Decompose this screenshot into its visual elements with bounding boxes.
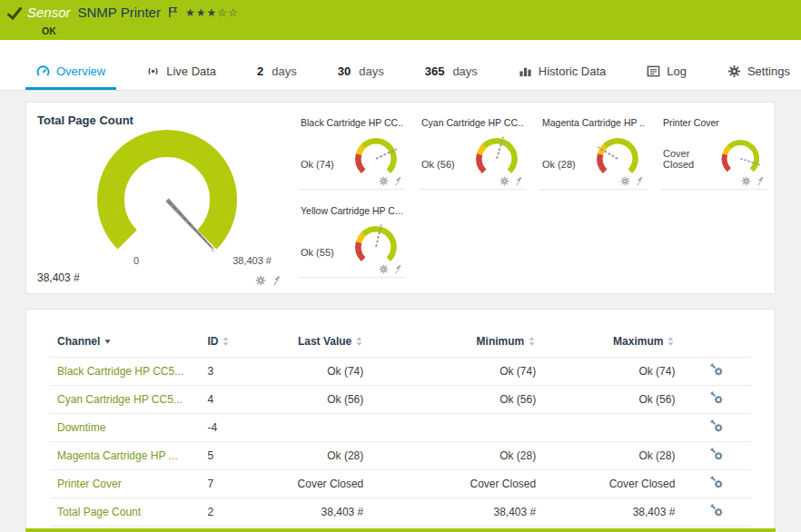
channel-link[interactable]: Total Page Count bbox=[57, 506, 141, 518]
column-header-last-value[interactable]: Last Value bbox=[267, 330, 371, 358]
mini-gauge-actions bbox=[496, 176, 524, 186]
mini-gauge-cell[interactable]: Yellow Cartridge HP C... Ok (55) bbox=[292, 196, 412, 284]
channel-link[interactable]: Downtime bbox=[57, 421, 105, 434]
pin-icon[interactable] bbox=[393, 176, 403, 186]
last-value-cell: Ok (56) bbox=[267, 386, 371, 414]
channel-cell: Downtime bbox=[50, 414, 200, 442]
main-gauge-cell[interactable]: Total Page Count x 0 38,403 # 38,403 # bbox=[26, 103, 292, 293]
settings-cell bbox=[682, 442, 751, 470]
id-cell: 3 bbox=[200, 358, 267, 386]
gear-icon[interactable] bbox=[499, 176, 509, 186]
sort-icon bbox=[667, 336, 675, 347]
channel-settings-icon[interactable] bbox=[710, 391, 724, 405]
tab-number: 365 bbox=[425, 64, 445, 78]
tab-label: Historic Data bbox=[539, 64, 606, 78]
channel-settings-icon[interactable] bbox=[710, 363, 724, 377]
tab-settings[interactable]: Settings bbox=[717, 55, 801, 90]
mini-gauge-cell[interactable]: Black Cartridge HP CC... Ok (74) bbox=[292, 108, 412, 196]
channel-link[interactable]: Cyan Cartridge HP CC5... bbox=[57, 393, 183, 406]
tab-365-days[interactable]: 365 days bbox=[414, 55, 489, 90]
tab-label: Live Data bbox=[166, 64, 216, 78]
maximum-cell: Ok (56) bbox=[543, 386, 682, 414]
mini-gauge-cell[interactable]: Printer Cover Cover Closed bbox=[654, 108, 775, 196]
gear-icon[interactable] bbox=[379, 264, 389, 274]
mini-gauge-cell[interactable]: Magenta Cartridge HP ... Ok (28) bbox=[533, 108, 654, 196]
channel-link[interactable]: Black Cartridge HP CC5... bbox=[57, 365, 183, 378]
pin-icon[interactable] bbox=[393, 264, 403, 274]
column-label: ID bbox=[207, 335, 218, 348]
channel-settings-icon[interactable] bbox=[710, 448, 724, 461]
mini-gauge-label: Magenta Cartridge HP ... bbox=[542, 117, 645, 128]
sort-icon bbox=[528, 336, 536, 347]
channel-link[interactable]: Printer Cover bbox=[57, 478, 122, 490]
minimum-cell: Ok (74) bbox=[371, 358, 543, 386]
column-label: Channel bbox=[57, 335, 100, 348]
tab-label: Log bbox=[667, 64, 687, 78]
tab-historic-data[interactable]: Historic Data bbox=[508, 55, 617, 90]
tab-live-data[interactable]: Live Data bbox=[135, 55, 227, 90]
log-icon bbox=[647, 64, 660, 78]
channel-cell: Total Page Count bbox=[50, 498, 200, 527]
tab-2-days[interactable]: 2 days bbox=[246, 55, 308, 90]
pin-icon[interactable] bbox=[272, 275, 282, 286]
table-row: Printer Cover 7 Cover Closed Cover Close… bbox=[50, 470, 751, 498]
tab-overview[interactable]: Overview bbox=[25, 55, 116, 90]
gear-icon[interactable] bbox=[255, 275, 266, 286]
mini-gauge bbox=[351, 220, 401, 271]
gear-icon[interactable] bbox=[379, 176, 389, 186]
minimum-cell: 38,403 # bbox=[371, 498, 543, 527]
column-header-minimum[interactable]: Minimum bbox=[371, 330, 543, 358]
sensor-header: Sensor SNMP Printer ★★★☆☆ OK bbox=[0, 0, 801, 40]
main-gauge-value: 38,403 # bbox=[37, 271, 80, 284]
tab-log[interactable]: Log bbox=[636, 55, 697, 90]
table-row: Total Page Count 2 38,403 # 38,403 # 38,… bbox=[50, 498, 751, 527]
gear-icon[interactable] bbox=[620, 176, 630, 186]
channel-settings-icon[interactable] bbox=[710, 504, 724, 517]
table-header-row: Channel ID Last Value Minimum Maximum bbox=[50, 330, 751, 358]
gauge-scale-max: 38,403 # bbox=[232, 255, 272, 266]
mini-gauge-value: Ok (28) bbox=[542, 159, 576, 170]
divider bbox=[420, 189, 526, 190]
mini-gauge bbox=[471, 132, 522, 182]
channel-settings-icon[interactable] bbox=[710, 476, 724, 489]
main-gauge: x bbox=[90, 123, 244, 277]
pin-icon[interactable] bbox=[514, 176, 524, 186]
flag-icon[interactable] bbox=[168, 6, 178, 18]
column-header-id[interactable]: ID bbox=[200, 330, 267, 358]
status-check-icon bbox=[7, 6, 22, 21]
tab-label: Settings bbox=[747, 64, 790, 78]
divider bbox=[540, 189, 647, 190]
last-value-cell bbox=[267, 414, 371, 442]
mini-gauge-value: Ok (74) bbox=[301, 159, 334, 170]
stars-empty: ☆☆ bbox=[217, 6, 239, 19]
settings-cell bbox=[682, 470, 751, 498]
tab-label: days bbox=[359, 64, 383, 78]
tab-number: 30 bbox=[338, 64, 351, 78]
content-area: Total Page Count x 0 38,403 # 38,403 # B… bbox=[0, 91, 801, 532]
last-value-cell: Cover Closed bbox=[267, 470, 371, 498]
tab-30-days[interactable]: 30 days bbox=[327, 55, 395, 90]
tab-number: 2 bbox=[257, 64, 263, 78]
minimum-cell: Cover Closed bbox=[371, 470, 543, 498]
tab-bar: Overview Live Data 2 days 30 days 365 da… bbox=[0, 40, 801, 91]
mini-gauge-actions bbox=[375, 264, 403, 274]
settings-cell bbox=[682, 358, 751, 386]
column-label: Maximum bbox=[613, 335, 663, 348]
minimum-cell: Ok (28) bbox=[371, 442, 543, 470]
minimum-cell: Ok (56) bbox=[371, 386, 543, 414]
gear-icon[interactable] bbox=[741, 176, 751, 186]
main-gauge-actions bbox=[255, 275, 282, 286]
priority-stars[interactable]: ★★★☆☆ bbox=[185, 6, 239, 19]
sensor-type-label: Sensor bbox=[27, 5, 71, 20]
channel-link[interactable]: Magenta Cartridge HP ... bbox=[57, 449, 178, 462]
stars-filled: ★★★ bbox=[185, 6, 217, 19]
mini-gauge-cell[interactable]: Cyan Cartridge HP CC... Ok (56) bbox=[412, 108, 533, 196]
tab-label: days bbox=[272, 64, 296, 78]
pin-icon[interactable] bbox=[635, 176, 645, 186]
column-header-maximum[interactable]: Maximum bbox=[543, 330, 682, 358]
column-header-channel[interactable]: Channel bbox=[50, 330, 200, 358]
channel-settings-icon[interactable] bbox=[710, 419, 724, 433]
column-label: Last Value bbox=[298, 335, 351, 348]
tab-label: Overview bbox=[56, 64, 105, 78]
pin-icon[interactable] bbox=[756, 176, 766, 186]
